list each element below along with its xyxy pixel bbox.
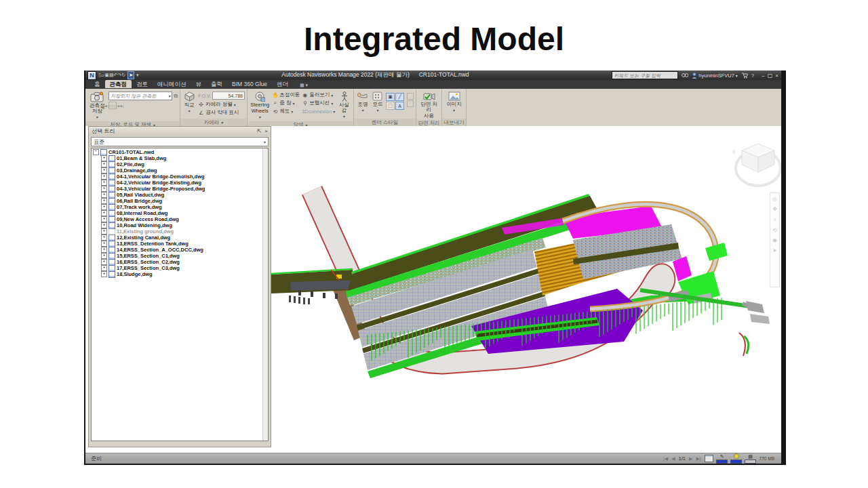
tree-scrollbar[interactable] [262, 148, 268, 441]
tree-item[interactable]: + 12,Existing Canal,dwg [101, 235, 268, 241]
expand-icon[interactable]: + [101, 235, 107, 241]
expand-icon[interactable]: + [101, 204, 107, 210]
expand-icon[interactable]: + [101, 241, 107, 247]
navigation-bar[interactable]: ◎ ✥ ⌕ ⟲ ◉ ➤ [770, 192, 780, 287]
refresh-icon[interactable]: ↻ [121, 73, 125, 77]
ribbon-tab[interactable]: BIM 360 Glue [227, 80, 272, 88]
saved-viewpoints-combo[interactable]: 저장되지 않은 관측점▾ [108, 92, 172, 100]
look-nav-icon[interactable]: ◉ [772, 237, 777, 243]
expand-icon[interactable]: + [101, 167, 107, 174]
tree-item[interactable]: + 15,ERSS_Section_C1,dwg [101, 253, 268, 259]
expand-icon[interactable]: + [101, 155, 107, 161]
render-mode-button[interactable]: 모드▾ [372, 90, 384, 113]
tree-item[interactable]: + 03,Drainage,dwg [101, 167, 268, 174]
expand-icon[interactable]: + [101, 210, 107, 216]
next-sheet-icon[interactable]: ▶ [689, 456, 692, 462]
tree-item[interactable]: + 11,Existing ground,dwg [101, 228, 268, 235]
viewport[interactable]: ◎ ✥ ⌕ ⟲ ◉ ➤ [271, 126, 781, 453]
tree-item[interactable]: + 09,New Access Road,dwg [101, 216, 268, 222]
tree-item[interactable]: + 10,Road Widening,dwg [101, 222, 268, 228]
tilt-bar-button[interactable]: ∠경사 막대 표시 [198, 109, 245, 116]
model-3d-view[interactable] [271, 126, 781, 453]
zoom-nav-icon[interactable]: ⌕ [773, 216, 776, 223]
tree-mode-select[interactable]: 표준▾ [91, 137, 269, 146]
workspace-media-icon[interactable]: ▦ ▾ [300, 83, 308, 89]
tree-item[interactable]: + 01,Beam & Slab,dwg [101, 155, 268, 161]
export-image-button[interactable]: 이미지▾ [444, 90, 464, 113]
tree-item[interactable]: + 05,Rail Viaduct,dwg [101, 192, 268, 198]
tree-item[interactable]: + 18,Sludge,dwg [101, 271, 268, 277]
expand-icon[interactable]: + [101, 222, 107, 228]
orthographic-button[interactable]: 직교▾ [182, 90, 196, 114]
text-visibility-toggle[interactable]: A [395, 102, 404, 110]
expand-icon[interactable]: + [101, 271, 107, 277]
expand-icon[interactable]: + [101, 265, 107, 271]
ribbon-tab[interactable]: 뷰 [191, 80, 207, 88]
tree-item[interactable]: + 14,ERSS_Section_A_OCC,DCC,dwg [101, 247, 268, 253]
walk-button[interactable]: ⚲보행시선▾ [302, 100, 335, 106]
tree-item[interactable]: + 17,ERSS_Section_C3,dwg [101, 265, 268, 271]
expand-icon[interactable]: + [101, 259, 107, 265]
prev-sheet-icon[interactable]: ◀ [671, 456, 675, 462]
expand-icon[interactable]: + [101, 216, 107, 222]
orbit-nav-icon[interactable]: ⟲ [772, 227, 777, 233]
orbit-button[interactable]: ⟲궤도▾ [272, 108, 300, 115]
tree-item[interactable]: + 13,ERSS_Detention Tank,dwg [101, 241, 268, 247]
viewcube[interactable] [731, 144, 781, 186]
cursor-nav-icon[interactable]: ➤ [772, 247, 777, 253]
tree-item[interactable]: + 04-2,Vehicular Bridge-Existing,dwg [101, 180, 268, 186]
ribbon-tab[interactable]: 관측점 [105, 80, 132, 88]
expand-icon[interactable]: + [101, 198, 107, 204]
expand-icon[interactable]: + [101, 192, 107, 198]
panel-close-icon[interactable]: × [264, 128, 268, 134]
tree-item[interactable]: + 16,ERSS_Section_C2,dwg [101, 259, 268, 265]
fov-field[interactable]: 54.788 [212, 92, 245, 100]
expand-icon[interactable]: + [101, 180, 107, 186]
ribbon-tab[interactable]: 출력 [206, 80, 227, 88]
select-tool-icon[interactable]: ➤ [127, 71, 134, 79]
ribbon-tab[interactable]: 검토 [132, 80, 153, 88]
pan-button[interactable]: ✋초점이동 [272, 92, 300, 98]
first-sheet-icon[interactable]: |◀ [663, 456, 668, 462]
minimize-button[interactable]: – [762, 73, 764, 79]
collapse-icon[interactable]: − [93, 149, 99, 155]
camera-align-button[interactable]: ✣카메라 정렬▾ [198, 101, 245, 108]
hidden-line-toggle[interactable]: ⬚ [386, 102, 395, 110]
tree-item[interactable]: + 04-3,Vehicular Bridge-Proposed,dwg [101, 186, 268, 192]
save-icon[interactable]: ▣ [104, 73, 109, 77]
lighting-button[interactable]: 조명▾ [356, 90, 370, 113]
signin-user[interactable]: hyunminSFVU7▾ [692, 73, 738, 79]
tree-list[interactable]: − CR101-TOTAL.nwd + 01,Beam & Slab,dwg +… [91, 148, 269, 441]
enable-sectioning-button[interactable]: 단면 처리사용 [418, 90, 439, 119]
ribbon-tab[interactable]: 홈 [90, 80, 105, 88]
steering-wheel-nav-icon[interactable]: ◎ [772, 196, 777, 202]
ribbon-tab[interactable]: 애니메이션 [153, 80, 191, 88]
sheet-browser-icon[interactable] [705, 455, 713, 462]
tree-item[interactable]: + 06,Rail Bridge,dwg [101, 198, 268, 204]
print-icon[interactable]: ▤ [109, 73, 114, 77]
tree-root[interactable]: − CR101-TOTAL.nwd [93, 149, 268, 155]
cart-icon[interactable] [741, 73, 748, 79]
navisworks-logo-icon[interactable]: N [87, 71, 96, 80]
wireframe-toggle[interactable]: ╱ [395, 93, 404, 101]
expand-icon[interactable]: + [101, 174, 107, 180]
group-label-camera[interactable]: 카메라▾ [180, 119, 247, 126]
full-render-toggle[interactable]: ▣ [386, 93, 395, 101]
pan-nav-icon[interactable]: ✥ [772, 206, 777, 212]
ribbon-tab[interactable]: 렌더 [272, 80, 293, 88]
tree-item[interactable]: + 04-1,Vehicular Bridge-Demolish,dwg [101, 174, 268, 180]
steering-wheels-button[interactable]: SteeringWheels▾ [250, 90, 270, 120]
pin-icon[interactable]: ⇱ [257, 128, 262, 134]
look-around-button[interactable]: ◉둘러보기▾ [302, 92, 335, 98]
tree-item[interactable]: + 02,Pile,dwg [101, 161, 268, 167]
close-button[interactable]: × [775, 73, 778, 79]
tree-item[interactable]: + 08,Internal Road,dwg [101, 210, 268, 216]
tree-item[interactable]: + 07,Track work,dwg [101, 204, 268, 210]
search-binoculars-icon[interactable] [682, 73, 688, 78]
help-icon[interactable]: ? [751, 73, 754, 79]
save-viewpoint-quick-icon[interactable]: ⧉ [174, 93, 178, 100]
last-sheet-icon[interactable]: ▶| [696, 456, 701, 462]
transport-button[interactable]: ▶| [121, 104, 124, 108]
expand-icon[interactable]: + [101, 247, 107, 253]
search-input[interactable] [612, 71, 678, 79]
